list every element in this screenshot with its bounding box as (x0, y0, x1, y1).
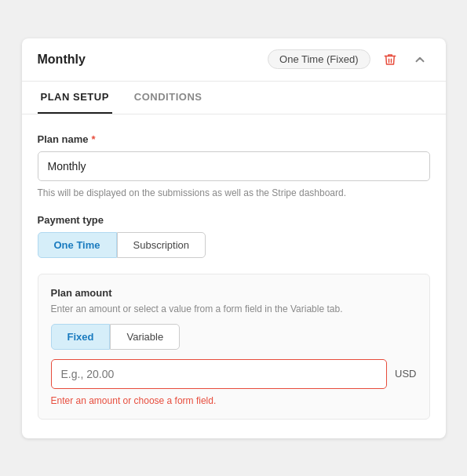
fixed-button[interactable]: Fixed (51, 324, 111, 350)
plan-amount-label: Plan amount (51, 287, 417, 299)
collapse-button[interactable] (410, 49, 430, 70)
delete-button[interactable] (380, 49, 400, 70)
required-star: * (92, 133, 96, 145)
tab-plan-setup[interactable]: PLAN SETUP (38, 82, 112, 114)
header-right: One Time (Fixed) (268, 49, 429, 70)
main-card: Monthly One Time (Fixed) PLAN SETUP COND… (22, 38, 446, 438)
currency-label: USD (395, 368, 416, 380)
card-header: Monthly One Time (Fixed) (22, 38, 446, 82)
trash-icon (383, 53, 397, 67)
tab-conditions[interactable]: CONDITIONS (131, 82, 206, 114)
plan-name-group: Plan name * This will be displayed on th… (38, 133, 430, 198)
plan-type-badge: One Time (Fixed) (268, 49, 370, 69)
payment-type-label: Payment type (38, 214, 430, 226)
plan-amount-helper: Enter an amount or select a value from a… (51, 303, 417, 314)
chevron-up-icon (413, 53, 427, 67)
card-title: Monthly (38, 53, 86, 67)
one-time-button[interactable]: One Time (38, 232, 117, 258)
amount-input[interactable] (51, 359, 388, 389)
payment-type-group: Payment type One Time Subscription (38, 214, 430, 258)
plan-name-label: Plan name * (38, 133, 430, 145)
payment-type-toggle: One Time Subscription (38, 232, 430, 258)
card-body: Plan name * This will be displayed on th… (22, 114, 446, 438)
plan-amount-box: Plan amount Enter an amount or select a … (38, 274, 430, 420)
amount-error: Enter an amount or choose a form field. (51, 395, 417, 406)
amount-row: USD (51, 359, 417, 389)
tabs-bar: PLAN SETUP CONDITIONS (22, 82, 446, 114)
amount-type-toggle: Fixed Variable (51, 324, 417, 350)
variable-button[interactable]: Variable (110, 324, 180, 350)
plan-name-helper: This will be displayed on the submission… (38, 187, 430, 198)
subscription-button[interactable]: Subscription (117, 232, 206, 258)
plan-name-input[interactable] (38, 151, 430, 181)
